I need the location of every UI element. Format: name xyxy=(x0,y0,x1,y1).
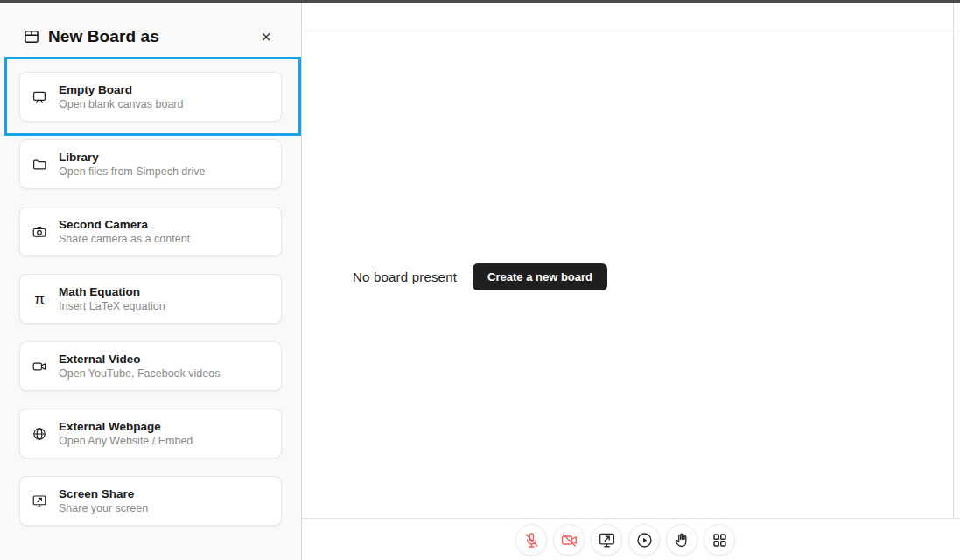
play-button[interactable] xyxy=(628,524,660,556)
hand-icon xyxy=(673,531,691,550)
option-screen-share[interactable]: Screen Share Share your screen xyxy=(19,476,282,526)
screen-share-icon xyxy=(20,494,59,509)
pi-icon: π xyxy=(20,290,59,308)
option-title: Library xyxy=(59,150,205,164)
video-camera-icon xyxy=(20,359,59,374)
option-title: Screen Share xyxy=(59,487,148,500)
microphone-off-button[interactable] xyxy=(515,524,547,556)
no-board-text: No board present xyxy=(353,270,457,284)
play-circle-icon xyxy=(635,531,654,550)
apps-grid-button[interactable] xyxy=(704,524,735,556)
option-library[interactable]: Library Open files from Simpech drive xyxy=(19,139,282,189)
canvas-bottom-divider xyxy=(302,518,960,519)
presentation-board-icon xyxy=(20,89,59,105)
main-top-divider xyxy=(302,31,960,32)
option-title: Math Equation xyxy=(59,285,165,298)
globe-icon xyxy=(20,426,59,442)
create-board-button[interactable]: Create a new board xyxy=(473,263,607,290)
option-external-video[interactable]: External Video Open YouTube, Facebook vi… xyxy=(19,341,282,391)
panel-title: New Board as xyxy=(48,27,159,46)
option-math-equation[interactable]: π Math Equation Insert LaTeX equation xyxy=(19,274,282,324)
panel-header: New Board as × xyxy=(23,24,275,49)
option-second-camera[interactable]: Second Camera Share camera as a content xyxy=(19,206,282,256)
option-subtitle: Insert LaTeX equation xyxy=(59,300,165,312)
option-subtitle: Open files from Simpech drive xyxy=(59,165,205,178)
grid-icon xyxy=(711,531,729,550)
option-subtitle: Share camera as a content xyxy=(59,233,190,245)
option-title: Second Camera xyxy=(59,218,190,231)
app-window: No board present Create a new board xyxy=(0,0,960,560)
option-title: External Video xyxy=(59,353,220,366)
canvas-right-divider xyxy=(953,3,954,518)
close-panel-button[interactable]: × xyxy=(257,26,275,47)
camera-off-icon xyxy=(560,531,578,550)
option-subtitle: Open YouTube, Facebook videos xyxy=(59,368,220,380)
option-empty-board[interactable]: Empty Board Open blank canvas board xyxy=(19,72,282,122)
raise-hand-button[interactable] xyxy=(666,524,697,556)
option-subtitle: Share your screen xyxy=(59,502,148,514)
call-toolbar xyxy=(515,524,735,556)
mic-off-icon xyxy=(522,531,541,550)
option-external-webpage[interactable]: External Webpage Open Any Website / Embe… xyxy=(19,409,282,458)
option-subtitle: Open blank canvas board xyxy=(59,98,183,110)
screen-share-icon xyxy=(598,531,616,550)
option-title: External Webpage xyxy=(59,420,193,433)
option-title: Empty Board xyxy=(59,83,183,96)
board-options-list: Empty Board Open blank canvas board Libr… xyxy=(19,72,282,526)
photo-camera-icon xyxy=(20,224,59,240)
screen-share-button[interactable] xyxy=(591,524,622,556)
folder-icon xyxy=(20,157,59,172)
new-board-panel: New Board as × Empty Board Open blank ca… xyxy=(0,3,302,560)
option-subtitle: Open Any Website / Embed xyxy=(59,435,193,447)
box-icon xyxy=(23,28,40,46)
camera-off-button[interactable] xyxy=(553,524,585,556)
